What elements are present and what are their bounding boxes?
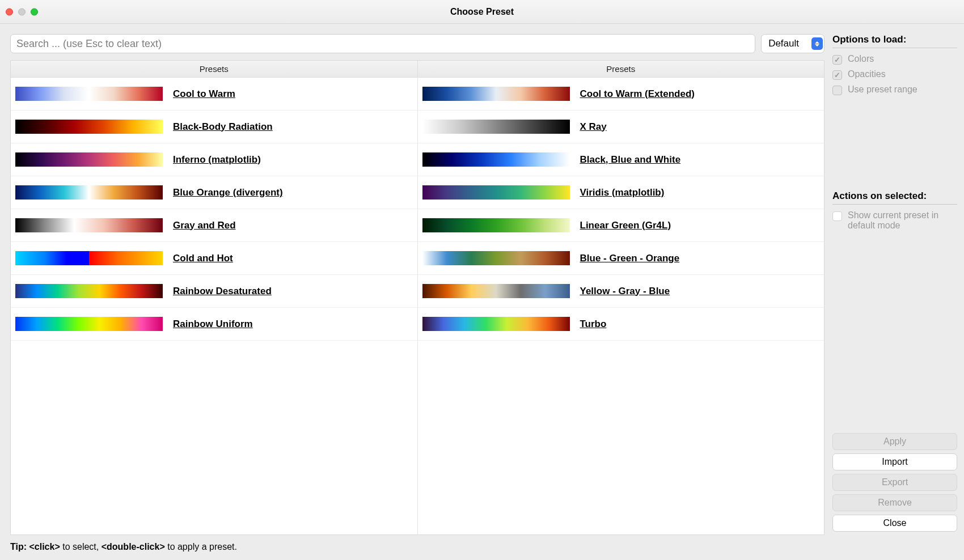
- updown-chevron-icon: [811, 37, 823, 50]
- preset-item[interactable]: Inferno (matplotlib): [11, 143, 417, 176]
- preset-item[interactable]: Rainbow Uniform: [11, 308, 417, 341]
- checkbox-icon: [832, 86, 842, 95]
- option-label: Show current preset in default mode: [848, 210, 957, 231]
- apply-button[interactable]: Apply: [832, 433, 957, 450]
- option-use-preset-range[interactable]: Use preset range: [832, 84, 957, 95]
- import-button[interactable]: Import: [832, 453, 957, 470]
- close-button[interactable]: Close: [832, 515, 957, 532]
- preset-label: Inferno (matplotlib): [173, 154, 261, 166]
- preset-label: Viridis (matplotlib): [580, 187, 665, 198]
- checkbox-icon: [832, 55, 842, 65]
- preset-item[interactable]: Turbo: [418, 308, 825, 341]
- preset-item[interactable]: Blue - Green - Orange: [418, 242, 825, 275]
- colormap-swatch: [422, 185, 570, 200]
- preset-label: Yellow - Gray - Blue: [580, 286, 670, 297]
- preset-label: Black-Body Radiation: [173, 121, 273, 133]
- column-header-left: Presets: [11, 61, 418, 77]
- search-input[interactable]: [10, 34, 755, 53]
- preset-label: X Ray: [580, 121, 607, 133]
- option-label: Colors: [848, 54, 874, 64]
- actions-title: Actions on selected:: [832, 190, 957, 205]
- preset-table: Presets Presets Cool to WarmBlack-Body R…: [10, 60, 825, 535]
- preset-item[interactable]: Yellow - Gray - Blue: [418, 275, 825, 308]
- preset-label: Blue - Green - Orange: [580, 253, 680, 264]
- preset-item[interactable]: Blue Orange (divergent): [11, 176, 417, 209]
- preset-label: Blue Orange (divergent): [173, 187, 283, 198]
- preset-item[interactable]: Black, Blue and White: [418, 143, 825, 176]
- colormap-swatch: [15, 152, 163, 167]
- window-controls: [6, 8, 38, 15]
- preset-label: Rainbow Desaturated: [173, 286, 272, 297]
- checkbox-icon: [832, 211, 842, 221]
- preset-item[interactable]: X Ray: [418, 111, 825, 143]
- zoom-window-icon[interactable]: [31, 8, 38, 15]
- minimize-window-icon[interactable]: [18, 8, 26, 15]
- action-show-default[interactable]: Show current preset in default mode: [832, 210, 957, 231]
- preset-category-select[interactable]: Default: [761, 34, 825, 53]
- colormap-swatch: [422, 284, 570, 298]
- option-opacities[interactable]: Opacities: [832, 69, 957, 80]
- colormap-swatch: [15, 87, 163, 101]
- preset-item[interactable]: Cool to Warm: [11, 78, 417, 111]
- preset-label: Black, Blue and White: [580, 154, 681, 166]
- colormap-swatch: [422, 251, 570, 265]
- preset-label: Cool to Warm (Extended): [580, 88, 695, 100]
- colormap-swatch: [15, 120, 163, 134]
- preset-label: Gray and Red: [173, 220, 236, 231]
- preset-item[interactable]: Viridis (matplotlib): [418, 176, 825, 209]
- remove-button[interactable]: Remove: [832, 494, 957, 511]
- colormap-swatch: [422, 218, 570, 232]
- colormap-swatch: [15, 185, 163, 200]
- column-header-right: Presets: [418, 61, 825, 77]
- colormap-swatch: [422, 317, 570, 331]
- colormap-swatch: [15, 284, 163, 298]
- preset-item[interactable]: Cold and Hot: [11, 242, 417, 275]
- tip-text: Tip: <click> to select, <double-click> t…: [0, 540, 964, 560]
- options-title: Options to load:: [832, 34, 957, 48]
- preset-label: Turbo: [580, 319, 607, 330]
- colormap-swatch: [15, 218, 163, 232]
- option-label: Opacities: [848, 69, 886, 79]
- export-button[interactable]: Export: [832, 474, 957, 491]
- checkbox-icon: [832, 70, 842, 80]
- colormap-swatch: [422, 87, 570, 101]
- preset-label: Cool to Warm: [173, 88, 235, 100]
- colormap-swatch: [422, 152, 570, 167]
- preset-item[interactable]: Cool to Warm (Extended): [418, 78, 825, 111]
- preset-category-label: Default: [768, 38, 799, 49]
- preset-label: Linear Green (Gr4L): [580, 220, 671, 231]
- close-window-icon[interactable]: [6, 8, 13, 15]
- preset-item[interactable]: Rainbow Desaturated: [11, 275, 417, 308]
- colormap-swatch: [15, 251, 163, 265]
- preset-item[interactable]: Gray and Red: [11, 209, 417, 242]
- colormap-swatch: [15, 317, 163, 331]
- option-label: Use preset range: [848, 84, 918, 95]
- preset-label: Cold and Hot: [173, 253, 233, 264]
- colormap-swatch: [422, 120, 570, 134]
- preset-label: Rainbow Uniform: [173, 319, 253, 330]
- titlebar: Choose Preset: [0, 0, 964, 24]
- window-title: Choose Preset: [450, 7, 514, 17]
- option-colors[interactable]: Colors: [832, 54, 957, 65]
- preset-item[interactable]: Black-Body Radiation: [11, 111, 417, 143]
- preset-item[interactable]: Linear Green (Gr4L): [418, 209, 825, 242]
